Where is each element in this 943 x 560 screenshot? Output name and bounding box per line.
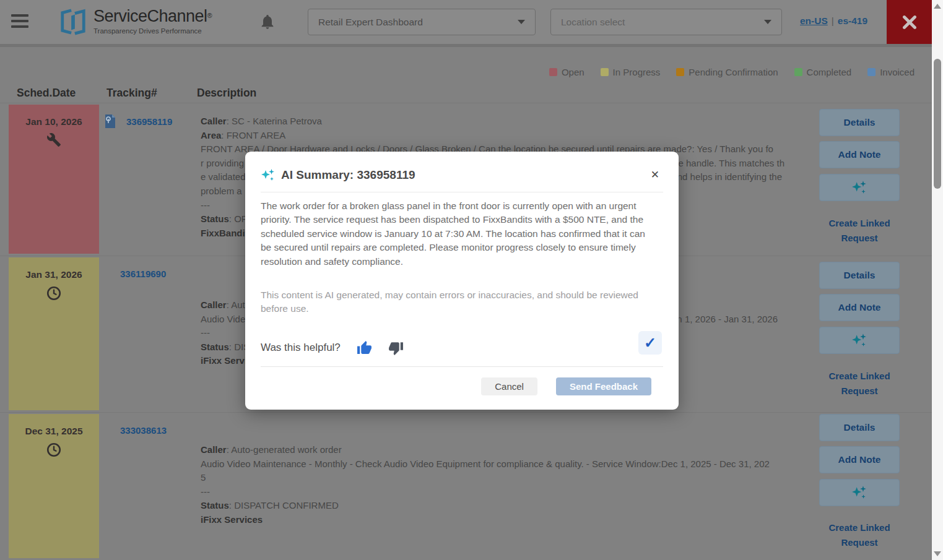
thumbs-down-button[interactable]: [388, 340, 404, 356]
status-legend: Open In Progress Pending Confirmation Co…: [549, 67, 915, 77]
legend-swatch-in-progress: [601, 68, 609, 76]
header-divider: [0, 44, 932, 47]
helpful-prompt: Was this helpful?: [261, 342, 341, 354]
tracking-number-link[interactable]: 333038613: [120, 425, 167, 436]
add-note-button[interactable]: Add Note: [819, 446, 900, 473]
legend-swatch-invoiced: [867, 68, 876, 76]
language-separator: |: [832, 15, 834, 26]
sched-date-cell-open: Jan 10, 2026: [9, 105, 99, 254]
column-header-tracking: Tracking#: [106, 87, 157, 100]
hamburger-menu-icon[interactable]: [11, 14, 28, 29]
sched-date: Dec 31, 2025: [9, 426, 99, 437]
servicechannel-logo-icon: [59, 7, 87, 37]
cancel-button[interactable]: Cancel: [481, 377, 537, 395]
servicechannel-logo: ServiceChannel® Transparency Drives Perf…: [59, 7, 212, 37]
tracking-number-link[interactable]: 336958119: [126, 116, 172, 127]
details-button[interactable]: Details: [819, 414, 900, 441]
modal-divider: [261, 366, 663, 367]
legend-item-in-progress: In Progress: [601, 67, 661, 77]
app-header: ServiceChannel® Transparency Drives Perf…: [0, 0, 932, 44]
sched-date-cell-in-progress: Jan 31, 2026: [9, 257, 99, 410]
clock-icon: [46, 285, 62, 301]
thumbs-up-button[interactable]: [357, 340, 372, 356]
work-order-description: Caller: Auto-generated work order Audio …: [201, 443, 784, 527]
tracking-number-link[interactable]: 336119690: [120, 269, 166, 279]
feedback-checkbox-checked[interactable]: ✓: [638, 331, 662, 355]
notifications-bell-icon[interactable]: [259, 12, 276, 31]
create-linked-request-link[interactable]: Create Linked Request: [819, 216, 900, 246]
language-link-en-us[interactable]: en-US: [800, 15, 828, 26]
language-link-es-419[interactable]: es-419: [838, 15, 867, 26]
legend-item-completed: Completed: [794, 67, 852, 77]
ai-summary-button[interactable]: [819, 174, 900, 201]
logo-tagline: Transparency Drives Performance: [93, 27, 212, 35]
language-switcher: en-US|es-419: [800, 15, 867, 27]
dashboard-select-value: Retail Expert Dashboard: [318, 17, 518, 28]
legend-item-invoiced: Invoiced: [867, 67, 915, 77]
ai-summary-button[interactable]: [819, 479, 900, 506]
legend-item-open: Open: [549, 67, 584, 77]
modal-close-icon[interactable]: ✕: [647, 167, 663, 183]
modal-divider: [261, 192, 663, 192]
ai-sparkle-icon: [261, 168, 276, 183]
close-widget-button[interactable]: [887, 0, 932, 44]
ai-summary-button[interactable]: [819, 327, 900, 354]
column-header-sched-date: Sched.Date: [17, 87, 76, 100]
sched-date-cell-in-progress: Dec 31, 2025: [9, 414, 99, 558]
attachment-icon: [104, 114, 116, 129]
ai-disclaimer-text: This content is AI generated, may contai…: [261, 288, 654, 316]
chevron-down-icon: [764, 20, 771, 24]
sched-date: Jan 10, 2026: [9, 116, 99, 127]
modal-title: AI Summary: 336958119: [281, 168, 647, 182]
wrench-icon: [46, 132, 61, 147]
create-linked-request-link[interactable]: Create Linked Request: [819, 520, 900, 550]
clock-icon: [46, 442, 62, 458]
scrollbar-thumb[interactable]: [934, 59, 941, 189]
ai-sparkle-icon: [851, 179, 867, 196]
create-linked-request-link[interactable]: Create Linked Request: [819, 369, 900, 398]
details-button[interactable]: Details: [819, 262, 900, 289]
legend-swatch-pending: [676, 68, 684, 76]
location-select-placeholder: Location select: [561, 17, 764, 28]
legend-swatch-open: [549, 68, 557, 76]
scrollbar-down-arrow[interactable]: [934, 551, 941, 556]
close-x-icon: [901, 14, 918, 31]
location-select[interactable]: Location select: [550, 9, 782, 35]
chevron-down-icon: [518, 20, 525, 24]
vertical-scrollbar[interactable]: [932, 0, 943, 560]
scrollbar-up-arrow[interactable]: [934, 4, 941, 9]
details-button[interactable]: Details: [819, 109, 900, 136]
legend-item-pending-confirmation: Pending Confirmation: [676, 67, 778, 77]
table-row: Dec 31, 2025 333038613 Caller: Auto-gene…: [0, 412, 932, 560]
dashboard-select[interactable]: Retail Expert Dashboard: [308, 9, 536, 35]
add-note-button[interactable]: Add Note: [819, 141, 900, 168]
ai-sparkle-icon: [851, 485, 867, 501]
legend-swatch-completed: [794, 68, 802, 76]
ai-summary-text: The work order for a broken glass panel …: [261, 199, 654, 269]
ai-summary-modal: AI Summary: 336958119 ✕ The work order f…: [245, 152, 679, 410]
send-feedback-button[interactable]: Send Feedback: [556, 377, 651, 395]
logo-wordmark: ServiceChannel: [93, 7, 207, 25]
logo-registered-mark: ®: [207, 12, 212, 19]
column-header-description: Description: [197, 87, 256, 100]
add-note-button[interactable]: Add Note: [819, 294, 900, 321]
ai-sparkle-icon: [851, 332, 867, 348]
sched-date: Jan 31, 2026: [9, 269, 99, 280]
provider-name: iFixx Services: [201, 513, 784, 527]
